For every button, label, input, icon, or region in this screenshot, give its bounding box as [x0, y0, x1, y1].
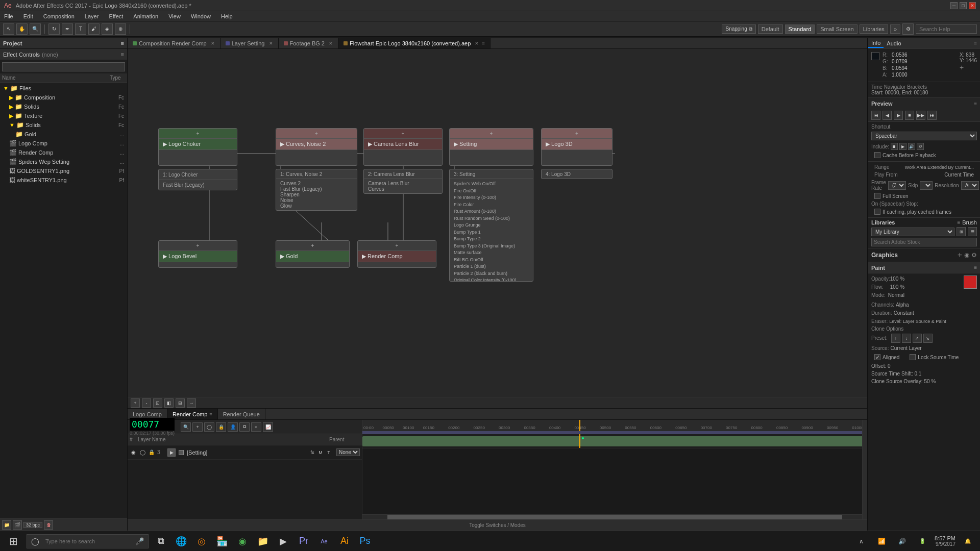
- aligned-checkbox[interactable]: ✓: [874, 354, 880, 360]
- include-audio-btn[interactable]: 🔊: [908, 143, 915, 150]
- preset-btn-1[interactable]: ↑: [891, 334, 900, 343]
- include-play-btn[interactable]: ▶: [899, 143, 906, 150]
- blender-icon[interactable]: ◎: [193, 533, 210, 549]
- minimize-button[interactable]: ─: [950, 2, 958, 9]
- tree-logo-comp[interactable]: 🎬 Logo Comp ...: [1, 139, 126, 148]
- timeline-scrollbar[interactable]: [362, 514, 867, 519]
- preview-prev-btn[interactable]: ◀: [883, 111, 892, 120]
- clock[interactable]: 8:57 PM 9/9/2017: [935, 535, 955, 547]
- taskbar-search-input[interactable]: [41, 534, 133, 548]
- workspace-settings[interactable]: ⚙: [902, 23, 914, 35]
- tab-close-2[interactable]: ✕: [269, 41, 273, 46]
- library-select[interactable]: My Library: [871, 228, 954, 236]
- bpc-display[interactable]: 32 bpc: [23, 522, 42, 528]
- tree-texture[interactable]: ▶ 📁 Texture Fc: [1, 111, 126, 120]
- search-layer-btn[interactable]: 🔍: [181, 422, 191, 432]
- ae-icon[interactable]: Ae: [316, 533, 332, 549]
- tab-close-1[interactable]: ✕: [211, 41, 215, 46]
- graphics-eye-btn[interactable]: ◉: [964, 252, 969, 259]
- workspace-libraries[interactable]: Libraries: [860, 24, 888, 34]
- rotate-tool[interactable]: ↻: [48, 23, 60, 35]
- frame-blend-btn[interactable]: ⧉: [239, 422, 250, 432]
- zoom-tool[interactable]: 🔍: [30, 23, 41, 35]
- tree-whitesentry[interactable]: 🖼 whiteSENTRY1.png Pf: [1, 176, 126, 185]
- puppet-tool[interactable]: ⊕: [115, 23, 126, 35]
- close-button[interactable]: ✕: [969, 2, 976, 9]
- photoshop-icon[interactable]: Ps: [357, 533, 373, 549]
- tab-layer-setting[interactable]: Layer Setting ✕: [220, 38, 279, 49]
- tab-close-4[interactable]: ✕: [475, 41, 479, 46]
- pen-tool[interactable]: ✒: [62, 23, 73, 35]
- tree-solids-1[interactable]: ▶ 📁 Solids Fc: [1, 102, 126, 111]
- layer-switch-2[interactable]: M: [317, 449, 324, 456]
- timeline-resize-handle[interactable]: [862, 420, 867, 519]
- library-list-btn[interactable]: ☰: [968, 227, 977, 236]
- tab-audio[interactable]: Audio: [884, 39, 904, 47]
- maximize-button[interactable]: □: [960, 2, 967, 9]
- tab-menu-4[interactable]: ≡: [482, 40, 485, 46]
- timeline-ruler-area[interactable]: 00:00 00050 00100 00150 00200 00250 0030…: [362, 420, 867, 519]
- project-menu-icon[interactable]: ≡: [121, 40, 124, 46]
- lock-btn[interactable]: 🔒: [216, 422, 226, 432]
- fps-select[interactable]: (30): [888, 181, 906, 190]
- node-logo3d[interactable]: + ▶ Logo 3D 4: Logo 3D: [541, 128, 612, 166]
- layer-parent-select[interactable]: None: [336, 448, 360, 456]
- chrome-icon[interactable]: ◉: [234, 533, 251, 549]
- files-icon[interactable]: 📁: [255, 533, 271, 549]
- layer-row-1[interactable]: ◉ ◯ 🔒 3 ▶ [Setting] fx M T: [128, 445, 362, 460]
- library-view-btn[interactable]: ⊞: [957, 227, 966, 236]
- fc-zoom-in[interactable]: +: [131, 398, 140, 408]
- text-tool[interactable]: T: [75, 23, 86, 35]
- tl-tab-render-comp[interactable]: Render Comp ≡: [167, 409, 218, 419]
- help-search[interactable]: [916, 24, 977, 34]
- node-camera-lens[interactable]: + ▶ Camera Lens Blur 2: Camera Lens Blur…: [363, 128, 443, 166]
- start-button[interactable]: ⊞: [4, 532, 22, 550]
- workspace-standard[interactable]: Standard: [785, 24, 815, 34]
- tree-goldsentry[interactable]: 🖼 GOLDSENTRY1.png Pf: [1, 166, 126, 176]
- new-folder-btn[interactable]: 📁: [2, 520, 11, 530]
- delete-btn[interactable]: 🗑: [44, 520, 53, 530]
- menu-edit[interactable]: Edit: [21, 12, 35, 20]
- if-caching-checkbox[interactable]: [874, 209, 880, 215]
- paint-tool[interactable]: 🖌: [88, 23, 100, 35]
- libraries-menu[interactable]: ≡: [957, 220, 960, 226]
- node-setting[interactable]: + ▶ Setting 3: Setting Spider's Web On/O…: [449, 128, 533, 166]
- hand-tool[interactable]: ✋: [16, 23, 28, 35]
- preset-btn-3[interactable]: ↗: [913, 334, 922, 343]
- tree-render-comp[interactable]: 🎬 Render Comp ...: [1, 148, 126, 157]
- brush-label[interactable]: Brush: [962, 219, 977, 226]
- timeline-track-1[interactable]: [362, 434, 867, 448]
- new-comp-btn[interactable]: 🎬: [13, 520, 22, 530]
- layer-solo-btn[interactable]: ◯: [139, 449, 146, 456]
- node-render-comp[interactable]: + ▶ Render Comp: [357, 240, 436, 268]
- mic-icon[interactable]: 🎤: [135, 537, 144, 545]
- layer-switch-1[interactable]: fx: [309, 449, 316, 456]
- include-cache-btn[interactable]: ⏹: [891, 143, 898, 150]
- illustrator-icon[interactable]: Ai: [336, 533, 353, 549]
- adobe-stock-search[interactable]: [871, 238, 977, 246]
- tl-tab-render-menu[interactable]: ≡: [209, 412, 212, 417]
- fc-option2[interactable]: ⊞: [176, 398, 185, 408]
- shy-btn[interactable]: 👤: [228, 422, 238, 432]
- menu-window[interactable]: Window: [189, 12, 213, 20]
- info-panel-menu[interactable]: ≡: [971, 40, 980, 46]
- tab-close-3[interactable]: ✕: [329, 41, 333, 46]
- preview-next-btn[interactable]: ▶▶: [916, 111, 925, 120]
- workspace-small-screen[interactable]: Small Screen: [817, 24, 857, 34]
- graphics-add-btn[interactable]: +: [958, 251, 962, 260]
- layer-lock-btn2[interactable]: 🔒: [148, 449, 155, 456]
- node-curves-noise2[interactable]: + ▶ Curves, Noise 2 1: Curves, Noise 2 C…: [276, 128, 357, 166]
- snapping-button[interactable]: Snapping ⧉: [722, 24, 755, 34]
- tree-gold[interactable]: 📁 Gold ...: [1, 130, 126, 139]
- fc-option1[interactable]: ◧: [164, 398, 174, 408]
- battery-icon[interactable]: 🔋: [914, 533, 930, 549]
- layer-switch-3[interactable]: T: [325, 449, 332, 456]
- menu-view[interactable]: View: [166, 12, 183, 20]
- node-logo-choker[interactable]: + ▶ Logo Choker 1: Logo Choker Fast Blur…: [158, 128, 237, 166]
- res-select[interactable]: Auto: [961, 181, 979, 190]
- effect-controls-menu-icon[interactable]: ≡: [121, 52, 124, 58]
- fc-option3[interactable]: →: [187, 398, 196, 408]
- media-player-icon[interactable]: ▶: [275, 533, 291, 549]
- cache-checkbox[interactable]: [874, 152, 880, 158]
- tab-info[interactable]: Info: [868, 39, 884, 48]
